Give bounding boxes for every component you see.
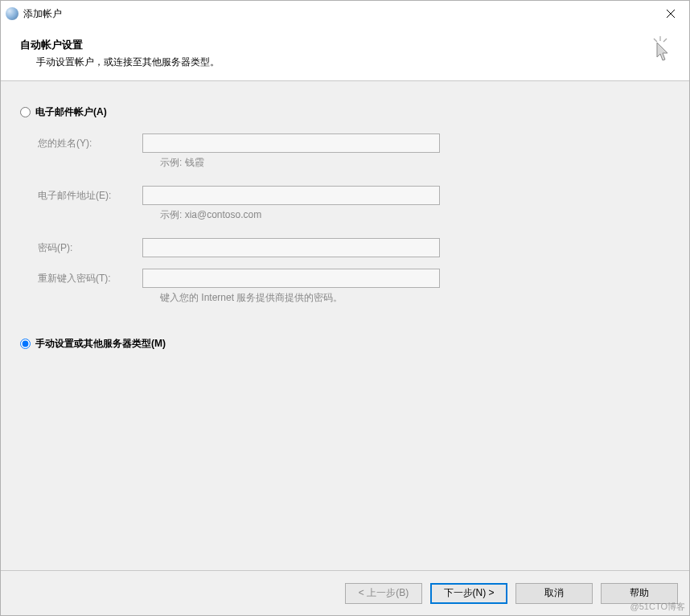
email-row: 电子邮件地址(E):: [38, 186, 670, 205]
password-label: 密码(P):: [38, 241, 142, 255]
next-button[interactable]: 下一步(N) >: [430, 583, 507, 604]
wizard-header: 自动帐户设置 手动设置帐户，或连接至其他服务器类型。: [1, 27, 689, 81]
email-label: 电子邮件地址(E):: [38, 189, 142, 203]
retype-label: 重新键入密码(T):: [38, 272, 142, 285]
retype-row: 重新键入密码(T):: [38, 269, 670, 288]
svg-line-3: [654, 39, 657, 42]
password-row: 密码(P):: [38, 238, 670, 257]
name-hint: 示例: 钱霞: [160, 156, 670, 170]
name-label: 您的姓名(Y):: [38, 137, 142, 150]
back-button[interactable]: < 上一步(B): [345, 583, 422, 604]
password-hint: 键入您的 Internet 服务提供商提供的密码。: [160, 291, 670, 305]
close-icon: [667, 10, 675, 18]
email-account-label: 电子邮件帐户(A): [35, 105, 107, 119]
email-hint: 示例: xia@contoso.com: [160, 208, 670, 222]
manual-label: 手动设置或其他服务器类型(M): [35, 337, 166, 351]
email-account-option[interactable]: 电子邮件帐户(A): [20, 105, 670, 119]
manual-radio[interactable]: [20, 339, 31, 349]
manual-option[interactable]: 手动设置或其他服务器类型(M): [20, 337, 670, 351]
email-account-radio[interactable]: [20, 107, 31, 117]
wizard-content: 电子邮件帐户(A) 您的姓名(Y): 示例: 钱霞 电子邮件地址(E): 示例:…: [1, 81, 689, 570]
email-input[interactable]: [142, 186, 440, 205]
titlebar: 添加帐户: [1, 1, 689, 27]
name-input[interactable]: [142, 133, 440, 153]
header-subtitle: 手动设置帐户，或连接至其他服务器类型。: [20, 55, 670, 69]
button-bar: < 上一步(B) 下一步(N) > 取消 帮助: [1, 570, 689, 615]
close-button[interactable]: [652, 2, 689, 26]
cursor-click-icon: [649, 36, 672, 62]
email-form-group: 您的姓名(Y): 示例: 钱霞 电子邮件地址(E): 示例: xia@conto…: [38, 133, 670, 305]
svg-line-4: [663, 39, 667, 42]
header-title: 自动帐户设置: [20, 38, 670, 52]
password-input[interactable]: [142, 238, 440, 257]
cancel-button[interactable]: 取消: [515, 583, 593, 604]
name-row: 您的姓名(Y):: [38, 133, 670, 153]
help-button[interactable]: 帮助: [601, 583, 678, 604]
window-title: 添加帐户: [23, 7, 652, 21]
dialog-window: 添加帐户 自动帐户设置 手动设置帐户，或连接至其他服务器类型。 电: [0, 0, 690, 616]
retype-input[interactable]: [142, 269, 440, 288]
app-icon: [6, 7, 18, 20]
